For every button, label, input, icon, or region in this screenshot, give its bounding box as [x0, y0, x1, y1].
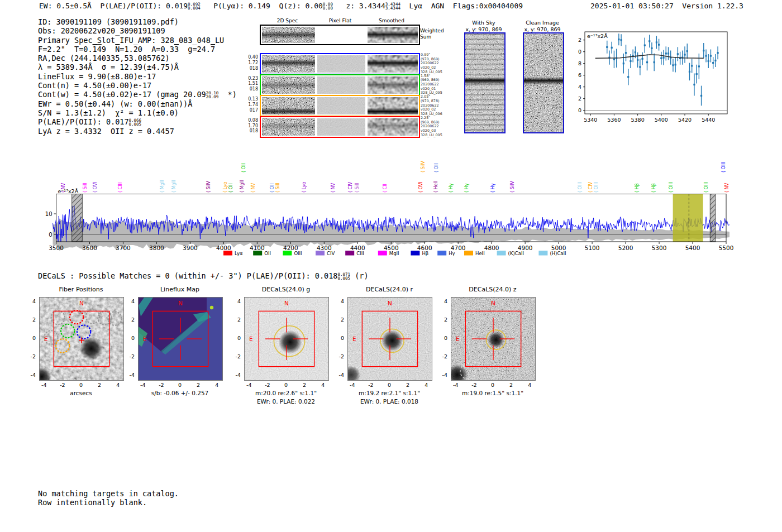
- cutout-caption: EWr: 0. PLAE: 0.022: [233, 398, 339, 405]
- cutout-x-tick: 4: [419, 382, 433, 388]
- stacked-uncertainty: 20.1020.09: [206, 91, 219, 99]
- legend-swatch: [345, 251, 354, 256]
- signal-dark-band: [524, 77, 563, 85]
- overlined-value: 3: [174, 45, 179, 54]
- cutout-y-tick: -2: [230, 353, 241, 360]
- cutout-x-tick: -2: [364, 382, 378, 388]
- cutout-y-tick: -4: [230, 372, 241, 378]
- data-point: [714, 60, 716, 61]
- cutout-x-tick: -4: [346, 382, 359, 388]
- cutout-x-tick: 2: [504, 382, 518, 388]
- sky-panel-title: Clean Imagex, y: 970, 869: [509, 20, 576, 32]
- legend-label: OIII: [294, 251, 302, 256]
- data-point: [656, 41, 657, 43]
- spec-strip-sm: [368, 97, 418, 114]
- overlined-value: 14: [93, 45, 102, 54]
- sky-panel-title: With Skyx, y: 970, 869: [450, 20, 517, 32]
- inset-ylabel: e⁻¹⁷x2Å: [587, 33, 608, 39]
- inset-axes-box: [585, 32, 727, 114]
- overlined-value: 7: [211, 45, 215, 54]
- montage-col-title: 2D Spec: [264, 18, 311, 23]
- x-tick-label: 5200: [618, 245, 633, 251]
- spec-row-2: [260, 74, 420, 96]
- fiber-circle: [56, 339, 69, 352]
- data-point: [644, 45, 646, 46]
- data-point: [654, 61, 655, 63]
- noise-texture: [317, 97, 365, 114]
- info-line-12: P(LAE)/P(OII): 0.0170.0660.005: [38, 117, 237, 127]
- source-blob: [348, 366, 360, 380]
- emission-line-label: ( CII: [383, 184, 388, 193]
- legend-swatch: [497, 251, 506, 256]
- emission-line-label: ( Hγ: [490, 183, 495, 193]
- fiber-circle: [61, 324, 74, 338]
- cutout-x-tick: 0: [383, 382, 396, 388]
- lineflux-peak-dot: [210, 306, 213, 309]
- cutout-y-tick: 0: [436, 335, 447, 341]
- cutout-overlay: NE: [245, 298, 328, 380]
- cutout-overlay: NE: [139, 298, 222, 380]
- cutout-overlay: NE: [40, 298, 123, 380]
- cutout-y-tick: 0: [25, 335, 36, 341]
- cutout-y-tick: -2: [123, 353, 135, 360]
- x-tick-label: 5380: [631, 117, 645, 123]
- fiber-circle-gray: [108, 311, 121, 325]
- cutout-x-tick: 0: [173, 382, 187, 388]
- emission-line-label: ( MgII: [171, 180, 177, 193]
- emission-line-label: ( OII: [241, 163, 246, 172]
- weighted-sum-row: [260, 25, 420, 45]
- legend-swatch: [316, 251, 325, 256]
- cutout-caption: EWr: 0. PLAE: 0.018: [336, 398, 442, 405]
- data-point: [684, 54, 685, 55]
- cutout-x-tick: 2: [401, 382, 414, 388]
- emission-line-label: ( Hγ: [464, 183, 469, 193]
- x-tick-label: 4800: [484, 245, 499, 251]
- data-point: [662, 57, 664, 59]
- legend-swatch: [283, 251, 292, 256]
- spec-strip-2d: [262, 76, 315, 94]
- legend-label: OII: [264, 251, 271, 256]
- signal-dark-band: [368, 108, 418, 114]
- source-blob: [382, 330, 403, 351]
- spec-row-4: [260, 116, 420, 138]
- legend-label: MgII: [389, 251, 399, 256]
- emission-line-label: ( HeII: [433, 181, 438, 193]
- cutout-caption: m:20.0 re:2.6" s:1.1": [233, 390, 339, 396]
- cutout-x-tick: 0: [279, 382, 293, 388]
- spec-row-right-label: 2.05"(970, 878)20200622v020_02328_LU_096: [421, 95, 454, 117]
- cutout-y-tick: 0: [333, 335, 344, 341]
- legend-label: Lyα: [235, 251, 243, 256]
- cutout-x-tick: 0: [486, 382, 499, 388]
- cutout-x-tick: -4: [37, 382, 51, 388]
- x-tick-label: 5400: [685, 245, 700, 251]
- cutout-image-fiber: NE: [39, 297, 124, 381]
- data-point: [651, 47, 652, 49]
- compass-north-label: N: [491, 300, 495, 306]
- signal-dark-band: [368, 81, 418, 89]
- full-spectrum-chart: 0103500360037003800390040004100420043004…: [34, 147, 751, 260]
- cutout-x-tick: -2: [56, 382, 69, 388]
- cutout-y-tick: 4: [436, 298, 447, 304]
- observation-info-block: ID: 3090191109 (3090191109.pdf)Obs: 2020…: [38, 17, 237, 136]
- noise-texture: [317, 76, 365, 94]
- data-point: [693, 84, 695, 85]
- data-point: [696, 73, 698, 75]
- data-point: [665, 52, 667, 54]
- data-point: [641, 58, 643, 60]
- spec-row-left-label: 0.081.70018: [246, 118, 258, 134]
- x-tick-label: 3600: [82, 245, 97, 251]
- y-tick-label: 10: [578, 49, 581, 55]
- legend-swatch: [437, 251, 446, 256]
- x-tick-label: 3500: [49, 245, 64, 251]
- data-point: [710, 55, 712, 56]
- data-point: [625, 52, 627, 54]
- masked-region-band: [710, 194, 716, 242]
- x-tick-label: 3800: [149, 245, 164, 251]
- data-point: [703, 50, 704, 51]
- spec-strip-flat: [317, 55, 365, 73]
- cutout-y-tick: 4: [25, 298, 36, 304]
- signal-dark-band: [368, 122, 418, 130]
- legend-swatch: [378, 251, 387, 256]
- emission-line-label: ( OVI: [93, 181, 98, 193]
- cutout-x-tick: -4: [449, 382, 462, 388]
